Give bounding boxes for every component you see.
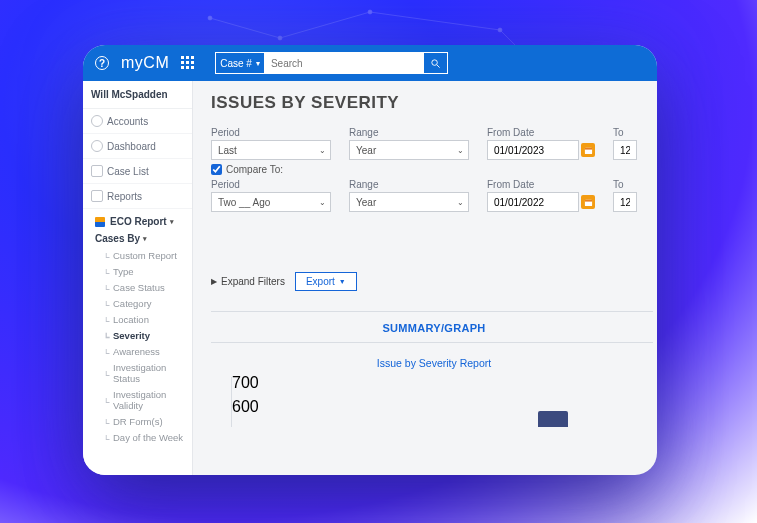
brand-label: myCM bbox=[121, 54, 169, 72]
from-date-input-2[interactable] bbox=[487, 192, 579, 212]
export-button[interactable]: Export ▼ bbox=[295, 272, 357, 291]
app-window: ? myCM Case # ▾ Will McSpadden Accounts bbox=[83, 45, 657, 475]
svg-line-6 bbox=[210, 18, 280, 38]
sidebar-item-caselist[interactable]: Case List bbox=[83, 159, 192, 184]
filter-label-to: To bbox=[613, 127, 637, 138]
tree-leaf-label: Type bbox=[113, 266, 134, 277]
range-select[interactable]: Year ⌄ bbox=[349, 140, 469, 160]
tree-branch-icon: ʟ bbox=[105, 432, 110, 442]
expand-filters-button[interactable]: ▶ Expand Filters bbox=[211, 276, 285, 287]
tree-item-cases-by[interactable]: Cases By ▾ bbox=[89, 230, 192, 247]
sidebar-item-label: Dashboard bbox=[107, 141, 156, 152]
sidebar-item-label: Case List bbox=[107, 166, 149, 177]
chevron-down-icon: ▼ bbox=[339, 278, 346, 285]
tree-leaf-label: Awareness bbox=[113, 346, 160, 357]
search-input[interactable] bbox=[264, 52, 424, 74]
select-value: Last bbox=[218, 145, 237, 156]
sidebar-item-accounts[interactable]: Accounts bbox=[83, 109, 192, 134]
export-label: Export bbox=[306, 276, 335, 287]
filter-label-from: From Date bbox=[487, 179, 595, 190]
calendar-icon[interactable] bbox=[581, 195, 595, 209]
to-date-input[interactable] bbox=[613, 140, 637, 160]
calendar-icon[interactable] bbox=[581, 143, 595, 157]
chart-plot-area: 700 600 bbox=[231, 377, 657, 427]
chevron-down-icon: ⌄ bbox=[457, 146, 464, 155]
filter-label-period: Period bbox=[211, 127, 331, 138]
search-group: Case # ▾ bbox=[215, 52, 448, 74]
tree-branch-icon: ʟ bbox=[105, 416, 110, 426]
eco-icon bbox=[95, 217, 105, 227]
expand-label: Expand Filters bbox=[221, 276, 285, 287]
filter-row-1: Period Last ⌄ Range Year ⌄ From Date bbox=[211, 127, 657, 160]
sidebar-item-dashboard[interactable]: Dashboard bbox=[83, 134, 192, 159]
tree-label: ECO Report bbox=[110, 216, 167, 227]
chevron-down-icon: ⌄ bbox=[457, 198, 464, 207]
tree-label: Cases By bbox=[95, 233, 140, 244]
filter-label-to: To bbox=[613, 179, 637, 190]
filter-row-2: Period Two __ Ago ⌄ Range Year ⌄ From Da… bbox=[211, 179, 657, 212]
help-icon[interactable]: ? bbox=[95, 56, 109, 70]
summary-tab[interactable]: SUMMARY/GRAPH bbox=[211, 322, 657, 334]
report-tree: ECO Report ▾ Cases By ▾ ʟCustom ReportʟT… bbox=[83, 209, 192, 451]
main-content: ISSUES BY SEVERITY Period Last ⌄ Range Y… bbox=[193, 81, 657, 475]
tree-item-eco-report[interactable]: ECO Report ▾ bbox=[89, 213, 192, 230]
tree-leaf-category[interactable]: ʟCategory bbox=[99, 295, 192, 311]
filter-label-from: From Date bbox=[487, 127, 595, 138]
chevron-down-icon: ▾ bbox=[256, 59, 260, 68]
tree-leaf-label: Day of the Week bbox=[113, 432, 183, 443]
tree-leaf-awareness[interactable]: ʟAwareness bbox=[99, 343, 192, 359]
sidebar: Will McSpadden Accounts Dashboard Case L… bbox=[83, 81, 193, 475]
tree-leaf-type[interactable]: ʟType bbox=[99, 263, 192, 279]
search-button[interactable] bbox=[424, 52, 448, 74]
tree-leaf-dr-form-s-[interactable]: ʟDR Form(s) bbox=[99, 413, 192, 429]
filter-label-range: Range bbox=[349, 179, 469, 190]
svg-rect-16 bbox=[584, 199, 591, 201]
to-date-input-2[interactable] bbox=[613, 192, 637, 212]
tree-leaf-label: Custom Report bbox=[113, 250, 177, 261]
divider bbox=[211, 342, 653, 343]
apps-grid-icon[interactable] bbox=[181, 56, 195, 70]
svg-point-3 bbox=[498, 28, 502, 32]
search-icon bbox=[430, 58, 441, 69]
chart-bar bbox=[538, 411, 568, 427]
tree-leaf-location[interactable]: ʟLocation bbox=[99, 311, 192, 327]
sidebar-item-label: Accounts bbox=[107, 116, 148, 127]
range-select-2[interactable]: Year ⌄ bbox=[349, 192, 469, 212]
y-tick-label: 700 bbox=[232, 374, 235, 392]
filter-actions: ▶ Expand Filters Export ▼ bbox=[211, 272, 657, 291]
svg-point-2 bbox=[368, 10, 372, 14]
select-value: Two __ Ago bbox=[218, 197, 270, 208]
tree-branch-icon: ʟ bbox=[105, 266, 110, 276]
tree-leaf-day-of-the-week[interactable]: ʟDay of the Week bbox=[99, 429, 192, 445]
tree-leaf-label: Investigation Validity bbox=[113, 389, 192, 411]
tree-leaf-label: Investigation Status bbox=[113, 362, 192, 384]
tree-leaf-custom-report[interactable]: ʟCustom Report bbox=[99, 247, 192, 263]
chart-title: Issue by Severity Report bbox=[211, 357, 657, 369]
chevron-down-icon: ⌄ bbox=[319, 198, 326, 207]
search-type-select[interactable]: Case # ▾ bbox=[215, 52, 264, 74]
svg-line-8 bbox=[370, 12, 500, 30]
tree-leaf-investigation-status[interactable]: ʟInvestigation Status bbox=[99, 359, 192, 386]
topbar: ? myCM Case # ▾ bbox=[83, 45, 657, 81]
page-title: ISSUES BY SEVERITY bbox=[211, 93, 657, 113]
tree-leaf-label: Location bbox=[113, 314, 149, 325]
tree-branch-icon: ʟ bbox=[105, 395, 110, 405]
y-tick-label: 600 bbox=[232, 398, 235, 416]
sidebar-item-label: Reports bbox=[107, 191, 142, 202]
tree-branch-icon: ʟ bbox=[105, 250, 110, 260]
sidebar-item-reports[interactable]: Reports bbox=[83, 184, 192, 209]
tree-leaf-investigation-validity[interactable]: ʟInvestigation Validity bbox=[99, 386, 192, 413]
tree-leaf-severity[interactable]: ʟSeverity bbox=[99, 327, 192, 343]
period-select-2[interactable]: Two __ Ago ⌄ bbox=[211, 192, 331, 212]
svg-point-0 bbox=[208, 16, 212, 20]
document-icon bbox=[91, 190, 103, 202]
from-date-input[interactable] bbox=[487, 140, 579, 160]
tree-sub-cases-by: ʟCustom ReportʟTypeʟCase StatusʟCategory… bbox=[89, 247, 192, 445]
tree-branch-icon: ʟ bbox=[105, 368, 110, 378]
compare-checkbox[interactable] bbox=[211, 164, 222, 175]
compare-label: Compare To: bbox=[226, 164, 283, 175]
select-value: Year bbox=[356, 145, 376, 156]
period-select[interactable]: Last ⌄ bbox=[211, 140, 331, 160]
svg-line-12 bbox=[437, 64, 440, 67]
tree-leaf-case-status[interactable]: ʟCase Status bbox=[99, 279, 192, 295]
